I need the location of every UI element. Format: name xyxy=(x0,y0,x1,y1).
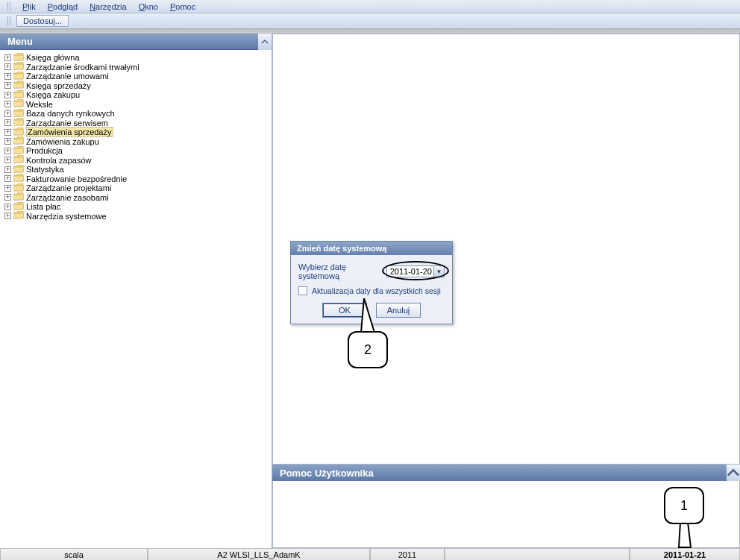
tree-item[interactable]: +Statystyka xyxy=(3,165,269,174)
status-cell-empty xyxy=(445,549,630,560)
tree-item[interactable]: +Produkcja xyxy=(3,146,269,156)
menu-tree[interactable]: +Księga główna+Zarządzanie środkami trwa… xyxy=(0,50,272,548)
folder-icon xyxy=(13,99,24,109)
status-cell-session: A2 WLSI_LLS_AdamK xyxy=(148,549,370,560)
tree-item[interactable]: +Księga sprzedaży xyxy=(3,81,269,91)
tree-item[interactable]: +Zamówienia sprzedaży xyxy=(3,128,269,137)
expand-icon[interactable]: + xyxy=(4,54,11,61)
expand-icon[interactable]: + xyxy=(4,175,11,182)
expand-icon[interactable]: + xyxy=(4,73,11,80)
tree-item[interactable]: +Zamówienia zakupu xyxy=(3,137,269,147)
expand-icon[interactable]: + xyxy=(4,148,11,154)
tree-item-label: Baza danych rynkowych xyxy=(26,109,115,118)
status-cell-user: scala xyxy=(0,549,148,560)
folder-icon xyxy=(13,128,24,137)
tree-item-label: Zarządzanie umowami xyxy=(26,72,109,81)
expand-icon[interactable]: + xyxy=(4,129,11,136)
tree-item-label: Kontrola zapasów xyxy=(26,156,91,165)
tree-item-label: Zamówienia zakupu xyxy=(26,137,99,146)
tree-item-label: Księga sprzedaży xyxy=(26,81,91,90)
sidebar-collapse-button[interactable] xyxy=(258,34,272,50)
tree-item[interactable]: +Księga zakupu xyxy=(3,90,269,100)
menu-okno[interactable]: Okno xyxy=(134,2,163,11)
tree-item[interactable]: +Zarządzanie zasobami xyxy=(3,193,269,203)
menu-pomoc[interactable]: Pomoc xyxy=(166,2,200,11)
folder-icon xyxy=(13,136,24,146)
callout-2-tail xyxy=(357,298,379,334)
folder-icon xyxy=(13,62,24,72)
expand-icon[interactable]: + xyxy=(4,194,11,201)
tree-item[interactable]: +Baza danych rynkowych xyxy=(3,109,269,119)
tree-item-label: Zarządzanie serwisem xyxy=(26,119,108,128)
tree-item-label: Zarządzanie projektami xyxy=(26,183,111,192)
expand-icon[interactable]: + xyxy=(4,82,11,89)
tree-item-label: Księga główna xyxy=(26,53,80,62)
tree-item[interactable]: +Narzędzia systemowe xyxy=(3,212,269,221)
folder-icon xyxy=(13,202,24,212)
expand-icon[interactable]: + xyxy=(4,166,11,173)
menubar-grip xyxy=(7,2,12,11)
tree-item[interactable]: +Zarządzanie projektami xyxy=(3,183,269,193)
expand-icon[interactable]: + xyxy=(4,101,11,107)
tree-item-label: Produkcja xyxy=(26,146,63,155)
tree-item[interactable]: +Zarządzanie umowami xyxy=(3,72,269,81)
folder-icon xyxy=(13,53,24,63)
expand-icon[interactable]: + xyxy=(4,110,11,117)
folder-icon xyxy=(13,81,24,90)
folder-icon xyxy=(13,72,24,81)
folder-icon xyxy=(13,183,24,193)
expand-icon[interactable]: + xyxy=(4,213,11,219)
menu-plik[interactable]: Plik xyxy=(18,2,40,11)
folder-icon xyxy=(13,90,24,100)
folder-icon xyxy=(13,146,24,156)
tree-item-label: Statystyka xyxy=(26,165,64,174)
help-collapse-button[interactable] xyxy=(727,465,740,481)
callout-1-tail xyxy=(674,522,695,549)
dialog-title: Zmień datę systemową xyxy=(291,242,452,255)
dialog-pick-label: Wybierz datę systemową xyxy=(298,262,386,280)
customize-button[interactable]: Dostosuj... xyxy=(16,15,69,27)
status-cell-date: 2011-01-21 xyxy=(630,549,740,560)
checkbox-label: Aktualizacja daty dla wszystkich sesji xyxy=(312,286,441,295)
folder-icon xyxy=(13,109,24,119)
update-all-sessions-checkbox[interactable] xyxy=(298,286,307,295)
expand-icon[interactable]: + xyxy=(4,138,11,145)
tree-item-label: Narzędzia systemowe xyxy=(26,212,107,221)
tree-item[interactable]: +Księga główna xyxy=(3,53,269,63)
callout-1: 1 xyxy=(664,487,704,524)
tree-item-label: Księga zakupu xyxy=(26,90,80,99)
callout-2: 2 xyxy=(348,331,388,368)
tree-item-label: Zamówienia sprzedaży xyxy=(26,127,113,137)
tree-item[interactable]: +Zarządzanie serwisem xyxy=(3,119,269,128)
dialog-row-date: Wybierz datę systemową ▼ xyxy=(298,262,445,280)
date-dropdown-button[interactable]: ▼ xyxy=(434,265,445,277)
tree-item-label: Zarządzanie zasobami xyxy=(26,193,109,202)
folder-icon xyxy=(13,211,24,221)
tree-item-label: Fakturowanie bezpośrednie xyxy=(26,174,127,183)
cancel-button[interactable]: Anuluj xyxy=(376,303,421,318)
expand-icon[interactable]: + xyxy=(4,63,11,70)
toolbar: Dostosuj... xyxy=(0,13,740,29)
tree-item[interactable]: +Fakturowanie bezpośrednie xyxy=(3,174,269,184)
date-input[interactable] xyxy=(386,265,434,277)
tree-item-label: Lista płac xyxy=(26,202,60,211)
expand-icon[interactable]: + xyxy=(4,185,11,192)
menubar: Plik Podgląd Narzędzia Okno Pomoc xyxy=(0,0,740,13)
tree-item[interactable]: +Kontrola zapasów xyxy=(3,156,269,166)
tree-item[interactable]: +Weksle xyxy=(3,100,269,110)
tree-item[interactable]: +Zarządzanie środkami trwałymi xyxy=(3,63,269,72)
sidebar-title: Menu xyxy=(7,36,33,47)
expand-icon[interactable]: + xyxy=(4,119,11,126)
folder-icon xyxy=(13,165,24,174)
expand-icon[interactable]: + xyxy=(4,92,11,98)
folder-icon xyxy=(13,192,24,202)
expand-icon[interactable]: + xyxy=(4,204,11,210)
tree-item-label: Weksle xyxy=(26,100,53,109)
tree-item[interactable]: +Lista płac xyxy=(3,202,269,212)
menu-podglad[interactable]: Podgląd xyxy=(43,2,82,11)
sidebar: Menu +Księga główna+Zarządzanie środkami… xyxy=(0,34,272,548)
help-header: Pomoc Użytkownika xyxy=(272,465,740,481)
toolbar-grip xyxy=(7,16,12,25)
expand-icon[interactable]: + xyxy=(4,157,11,163)
menu-narzedzia[interactable]: Narzędzia xyxy=(85,2,131,11)
